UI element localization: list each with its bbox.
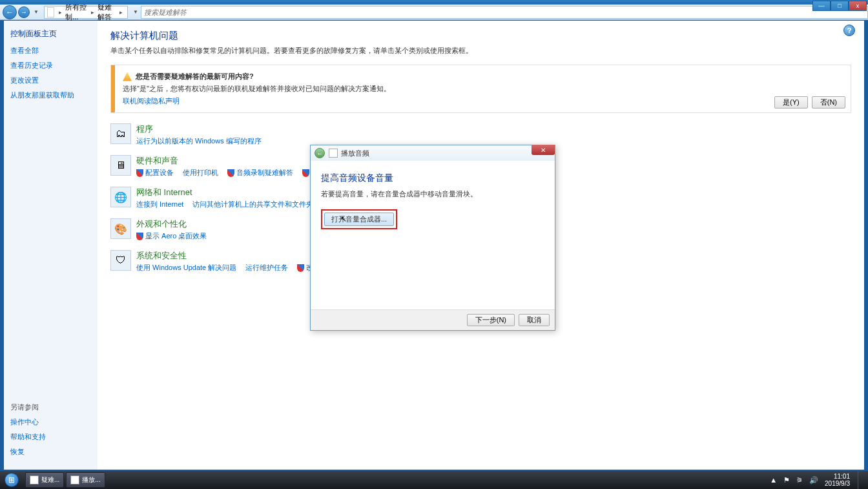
link-text: 音频录制疑难解答 — [236, 168, 293, 178]
category-icon: 🌐 — [110, 187, 131, 207]
dialog-text: 若要提高音量，请在音量合成器中移动音量滑块。 — [321, 189, 544, 199]
category-row: 🗂程序运行为以前版本的 Windows 编写的程序 — [110, 123, 851, 146]
control-panel-icon — [47, 7, 54, 17]
start-button[interactable] — [0, 471, 23, 489]
system-tray: ▲ ⚑ ⚞ 🔊 11:01 2019/9/3 — [770, 471, 868, 489]
nav-buttons: ← → ▼ — [0, 5, 44, 19]
highlight-annotation: 打开音量合成器... — [321, 209, 397, 229]
category-link[interactable]: 访问其他计算机上的共享文件和文件夹 — [192, 200, 313, 209]
category-title[interactable]: 外观和个性化 — [136, 218, 207, 230]
breadcrumb-seg1[interactable]: 所有控制... — [64, 3, 89, 22]
address-bar: ← → ▼ ▸ 所有控制... ▸ 疑难解答 ▸ ▼ — [0, 5, 868, 20]
category-icon: 🎨 — [110, 218, 131, 239]
category-title[interactable]: 网络和 Internet — [136, 187, 313, 198]
title-bar: — □ x — [0, 0, 868, 5]
volume-icon[interactable]: 🔊 — [809, 476, 818, 484]
action-center-icon[interactable]: ⚑ — [783, 476, 790, 484]
show-desktop-button[interactable] — [858, 471, 864, 489]
category-icon: 🗂 — [110, 123, 131, 144]
link-text: 运行维护任务 — [245, 263, 288, 273]
sidebar-title: 控制面板主页 — [10, 28, 91, 39]
link-text: 配置设备 — [145, 168, 174, 178]
sidebar-footer-title: 另请参阅 — [10, 402, 91, 412]
search-box[interactable] — [141, 6, 868, 19]
category-icon: 🖥 — [110, 155, 131, 176]
dialog-title-icon — [329, 149, 338, 158]
sidebar-footer-action-center[interactable]: 操作中心 — [10, 417, 91, 427]
clock[interactable]: 11:01 2019/9/3 — [825, 473, 851, 487]
shield-icon — [297, 264, 304, 272]
notice-body: 您是否需要疑难解答的最新可用内容? 选择"是"之后，您将有权访问最新的联机疑难解… — [115, 65, 774, 112]
address-path[interactable]: ▸ 所有控制... ▸ 疑难解答 ▸ — [44, 6, 128, 19]
dialog-body: 提高音频设备音量 若要提高音量，请在音量合成器中移动音量滑块。 打开音量合成器.… — [311, 161, 555, 309]
sidebar-link-friend-help[interactable]: 从朋友那里获取帮助 — [10, 90, 91, 100]
notice-yes-button[interactable]: 是(Y) — [774, 96, 808, 109]
back-button[interactable]: ← — [3, 5, 17, 19]
link-text: 显示 Aero 桌面效果 — [145, 231, 207, 241]
category-link[interactable]: 运行为以前版本的 Windows 编写的程序 — [136, 136, 262, 146]
address-dropdown[interactable]: ▼ — [130, 9, 141, 15]
category-link[interactable]: 音频录制疑难解答 — [227, 168, 293, 178]
notice-title-text: 您是否需要疑难解答的最新可用内容? — [136, 72, 254, 81]
category-title[interactable]: 程序 — [136, 123, 262, 135]
troubleshoot-dialog: ← 播放音频 ✕ 提高音频设备音量 若要提高音量，请在音量合成器中移动音量滑块。… — [310, 145, 555, 331]
app-icon — [70, 475, 79, 484]
chevron-right-icon: ▸ — [118, 9, 125, 16]
category-link[interactable]: 配置设备 — [136, 168, 174, 178]
category-icon: 🛡 — [110, 250, 131, 271]
nav-history-dropdown[interactable]: ▼ — [31, 9, 41, 15]
sidebar-link-history[interactable]: 查看历史记录 — [10, 61, 91, 70]
shield-icon — [136, 169, 143, 177]
forward-button[interactable]: → — [18, 6, 30, 18]
category-link[interactable]: 显示 Aero 桌面效果 — [136, 231, 207, 241]
shield-icon — [227, 169, 234, 177]
dialog-footer: 下一步(N) 取消 — [311, 309, 555, 330]
shield-icon — [136, 233, 143, 240]
dialog-cancel-button[interactable]: 取消 — [519, 314, 550, 326]
notice-no-button[interactable]: 否(N) — [812, 96, 845, 109]
tray-up-icon[interactable]: ▲ — [770, 476, 777, 484]
taskbar-item-label: 播放... — [82, 475, 100, 484]
sidebar-link-view-all[interactable]: 查看全部 — [10, 46, 91, 56]
taskbar-item-audio[interactable]: 播放... — [66, 472, 105, 488]
clock-time: 11:01 — [825, 473, 850, 480]
dialog-title-bar[interactable]: ← 播放音频 ✕ — [311, 145, 555, 161]
link-text: 使用 Windows Update 解决问题 — [136, 263, 236, 273]
dialog-back-button[interactable]: ← — [315, 148, 325, 158]
category-link[interactable]: 使用打印机 — [183, 168, 218, 178]
dialog-title-text: 播放音频 — [341, 149, 369, 158]
window-controls: — □ x — [812, 1, 867, 11]
search-input[interactable] — [144, 8, 865, 16]
sidebar-footer: 另请参阅 操作中心 帮助和支持 恢复 — [10, 402, 91, 462]
notice-buttons: 是(Y) 否(N) — [774, 65, 851, 112]
dialog-next-button[interactable]: 下一步(N) — [467, 314, 515, 326]
dialog-close-button[interactable]: ✕ — [532, 145, 555, 155]
sidebar-link-settings[interactable]: 更改设置 — [10, 76, 91, 85]
open-volume-mixer-button[interactable]: 打开音量合成器... — [324, 213, 394, 226]
category-links: 显示 Aero 桌面效果 — [136, 231, 207, 241]
start-orb-icon — [5, 473, 19, 487]
sidebar: 控制面板主页 查看全部 查看历史记录 更改设置 从朋友那里获取帮助 另请参阅 操… — [4, 21, 98, 470]
help-icon[interactable]: ? — [843, 25, 855, 36]
taskbar-item-label: 疑难... — [41, 475, 59, 484]
category-link[interactable]: 连接到 Internet — [136, 200, 183, 209]
notice-privacy-link[interactable]: 联机阅读隐私声明 — [123, 96, 767, 106]
warning-icon — [123, 72, 132, 81]
category-link[interactable]: 使用 Windows Update 解决问题 — [136, 263, 236, 273]
taskbar-item-troubleshoot[interactable]: 疑难... — [25, 472, 64, 488]
sidebar-footer-help[interactable]: 帮助和支持 — [10, 432, 91, 442]
link-text: 使用打印机 — [183, 168, 218, 178]
chevron-right-icon: ▸ — [89, 9, 96, 16]
breadcrumb-seg2[interactable]: 疑难解答 — [96, 3, 118, 22]
sidebar-footer-recovery[interactable]: 恢复 — [10, 447, 91, 457]
maximize-button[interactable]: □ — [831, 1, 849, 11]
minimize-button[interactable]: — — [812, 1, 831, 11]
page-title: 解决计算机问题 — [110, 30, 851, 42]
link-text: 运行为以前版本的 Windows 编写的程序 — [136, 136, 262, 146]
network-icon[interactable]: ⚞ — [796, 476, 803, 484]
close-button[interactable]: x — [849, 1, 867, 11]
link-text: 访问其他计算机上的共享文件和文件夹 — [192, 200, 313, 209]
category-link[interactable]: 运行维护任务 — [245, 263, 288, 273]
category-links: 连接到 Internet访问其他计算机上的共享文件和文件夹 — [136, 200, 313, 209]
app-icon — [30, 475, 39, 484]
